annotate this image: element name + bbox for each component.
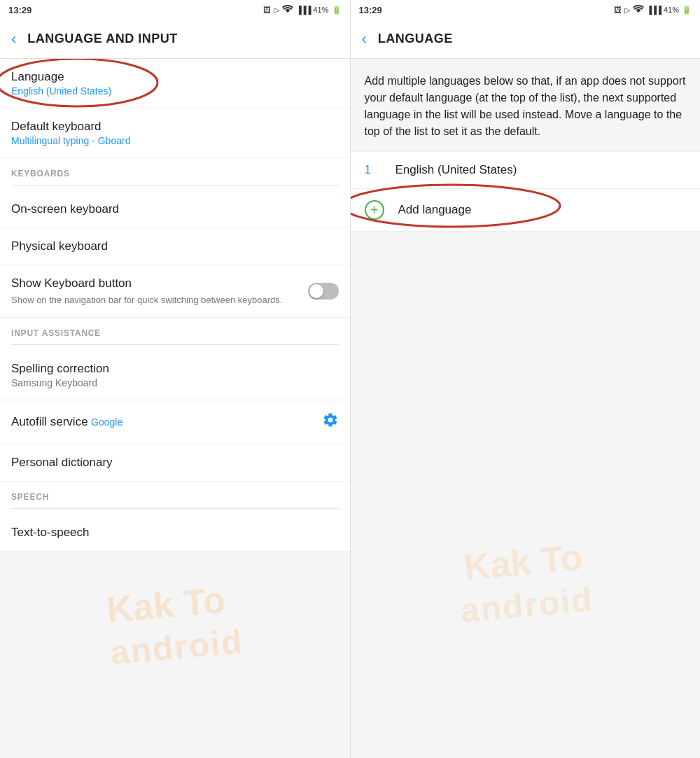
show-keyboard-text-col: Show Keyboard button Show on the navigat…	[11, 276, 308, 306]
play-icon: ▷	[274, 6, 279, 15]
language-setting-item[interactable]: Language English (United States)	[0, 59, 350, 108]
status-bar: 13:29 🖼 ▷ ▐▐▐ 41% 🔋 13:29 🖼 ▷ ▐▐▐ 41% 🔋	[0, 0, 700, 20]
physical-keyboard-item[interactable]: Physical keyboard	[0, 228, 350, 265]
english-us-item[interactable]: 1 English (United States)	[351, 152, 701, 189]
on-screen-keyboard-item[interactable]: On-screen keyboard	[0, 191, 350, 228]
notification-icon-r: 🖼	[614, 6, 622, 14]
personal-dictionary-item[interactable]: Personal dictionary	[0, 444, 350, 482]
autofill-service-item[interactable]: Autofill service Google	[0, 400, 350, 444]
right-panel-header: ‹ LANGUAGE	[351, 20, 701, 59]
autofill-gear-icon[interactable]	[322, 412, 339, 433]
language-name-english-us: English (United States)	[396, 163, 517, 177]
show-keyboard-desc: Show on the navigation bar for quick swi…	[11, 293, 308, 306]
default-keyboard-title: Default keyboard	[11, 120, 339, 134]
signal-icon-r: ▐▐▐	[647, 6, 661, 14]
autofill-service-row: Autofill service Google	[11, 412, 339, 433]
autofill-service-title: Autofill service	[11, 415, 88, 428]
battery-percent-r: 41%	[664, 6, 679, 14]
keyboards-label: KEYBOARDS	[11, 169, 70, 178]
left-settings-list: Language English (United States) Default…	[0, 59, 350, 758]
personal-dictionary-title: Personal dictionary	[11, 456, 339, 470]
spelling-correction-subtitle: Samsung Keyboard	[11, 377, 339, 388]
battery-icon-r: 🔋	[682, 6, 692, 15]
right-panel-title: LANGUAGE	[378, 31, 453, 46]
text-to-speech-title: Text-to-speech	[11, 526, 339, 540]
notification-icon: 🖼	[263, 6, 271, 14]
show-keyboard-subtitle: Show on the navigation bar for quick swi…	[11, 295, 282, 305]
add-language-item[interactable]: + Add language	[351, 189, 701, 232]
physical-keyboard-title: Physical keyboard	[11, 239, 339, 253]
spelling-correction-item[interactable]: Spelling correction Samsung Keyboard	[0, 351, 350, 400]
input-assistance-label: INPUT ASSISTANCE	[11, 328, 101, 338]
default-keyboard-subtitle: Multilingual typing - Gboard	[11, 135, 339, 146]
speech-label: SPEECH	[11, 492, 49, 502]
language-description: Add multiple languages below so that, if…	[351, 59, 701, 152]
wifi-icon-r	[633, 5, 644, 15]
left-panel-title: LANGUAGE AND INPUT	[27, 31, 177, 46]
show-keyboard-button-title: Show Keyboard button	[11, 276, 132, 290]
spelling-correction-title: Spelling correction	[11, 362, 339, 376]
right-settings-list: Add multiple languages below so that, if…	[351, 59, 701, 758]
show-keyboard-button-item[interactable]: Show Keyboard button Show on the navigat…	[0, 265, 350, 318]
add-language-text: Add language	[398, 203, 472, 217]
left-back-button[interactable]: ‹	[11, 30, 16, 48]
right-back-button[interactable]: ‹	[362, 30, 367, 48]
keyboards-section: KEYBOARDS	[0, 158, 350, 191]
add-language-wrapper: + Add language	[351, 189, 701, 232]
input-assistance-section: INPUT ASSISTANCE	[0, 318, 350, 351]
language-item-wrapper: Language English (United States)	[0, 59, 350, 108]
left-panel: ‹ LANGUAGE AND INPUT Language English (U…	[0, 20, 351, 758]
on-screen-keyboard-title: On-screen keyboard	[11, 202, 339, 216]
wifi-icon	[282, 5, 293, 15]
language-number-1: 1	[365, 163, 379, 177]
right-time: 13:29	[359, 5, 382, 15]
speech-divider	[11, 508, 339, 509]
show-keyboard-button-row: Show Keyboard button Show on the navigat…	[11, 276, 339, 306]
show-keyboard-toggle[interactable]	[308, 283, 339, 300]
play-icon-r: ▷	[624, 6, 630, 15]
plus-circle-icon: +	[365, 200, 384, 220]
right-status-bar: 13:29 🖼 ▷ ▐▐▐ 41% 🔋	[350, 0, 701, 20]
toggle-thumb	[309, 284, 323, 298]
language-subtitle: English (United States)	[11, 85, 339, 97]
battery-icon: 🔋	[332, 6, 342, 15]
signal-icon: ▐▐▐	[296, 6, 310, 14]
keyboards-divider	[11, 185, 339, 185]
battery-percent: 41%	[313, 6, 328, 14]
default-keyboard-item[interactable]: Default keyboard Multilingual typing - G…	[0, 108, 350, 158]
left-status-icons: 🖼 ▷ ▐▐▐ 41% 🔋	[263, 5, 341, 15]
right-panel: ‹ LANGUAGE Add multiple languages below …	[351, 20, 701, 758]
plus-icon: +	[370, 202, 379, 218]
autofill-service-subtitle: Google	[91, 416, 122, 428]
left-status-bar: 13:29 🖼 ▷ ▐▐▐ 41% 🔋	[0, 0, 350, 20]
autofill-text-col: Autofill service Google	[11, 415, 322, 429]
language-title: Language	[11, 70, 339, 84]
panels-wrapper: ‹ LANGUAGE AND INPUT Language English (U…	[0, 20, 700, 758]
left-time: 13:29	[8, 5, 31, 15]
left-panel-header: ‹ LANGUAGE AND INPUT	[0, 20, 350, 59]
right-status-icons: 🖼 ▷ ▐▐▐ 41% 🔋	[614, 5, 692, 15]
text-to-speech-item[interactable]: Text-to-speech	[0, 514, 350, 552]
speech-section: SPEECH	[0, 482, 350, 514]
input-assistance-divider	[11, 344, 339, 345]
